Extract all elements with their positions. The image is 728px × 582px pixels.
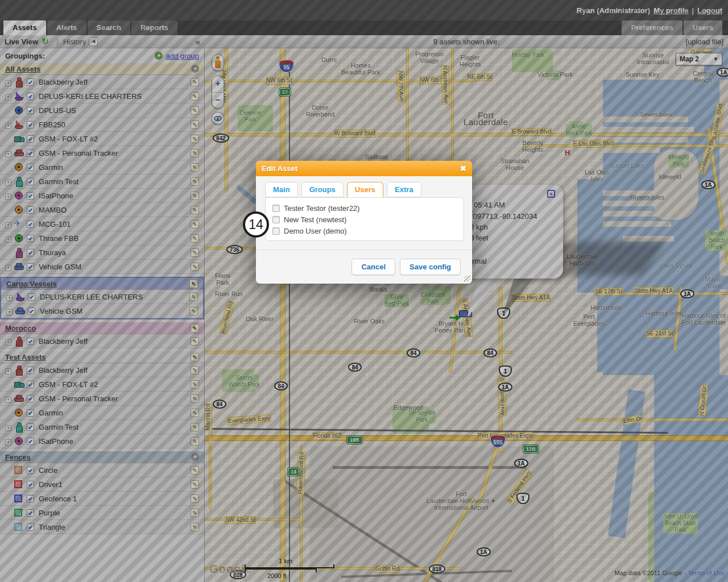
asset-label[interactable]: Vehicle GSM: [39, 263, 191, 271]
collapse-sidebar-icon[interactable]: «: [196, 37, 200, 47]
expand-toggle-icon[interactable]: +: [5, 123, 11, 129]
asset-edit-icon[interactable]: ✎: [191, 192, 199, 200]
asset-edit-icon[interactable]: ✎: [191, 220, 199, 228]
asset-label[interactable]: MCG-101: [39, 220, 191, 228]
asset-checkbox[interactable]: ✔: [27, 135, 34, 143]
expand-toggle-icon[interactable]: +: [5, 368, 11, 375]
modal-close-icon[interactable]: ✖: [460, 164, 466, 173]
group-add-icon[interactable]: +: [191, 453, 199, 461]
asset-checkbox[interactable]: ✔: [27, 263, 34, 271]
bubble-close-icon[interactable]: ×: [547, 190, 555, 198]
asset-checkbox[interactable]: ✔: [27, 509, 34, 517]
asset-checkbox[interactable]: ✔: [27, 338, 34, 345]
street-view-pegman-control[interactable]: [212, 54, 224, 71]
asset-edit-icon[interactable]: ✎: [191, 523, 199, 531]
asset-edit-icon[interactable]: ✎: [191, 177, 199, 186]
group-edit-icon[interactable]: ✎: [191, 324, 199, 332]
asset-checkbox[interactable]: ✔: [28, 293, 35, 301]
asset-edit-icon[interactable]: ✎: [189, 293, 198, 301]
terms-of-use-link[interactable]: Terms of Use: [688, 569, 725, 576]
asset-edit-icon[interactable]: ✎: [191, 92, 199, 101]
asset-checkbox[interactable]: ✔: [27, 206, 34, 214]
group-header[interactable]: Test Assets✎: [0, 351, 204, 363]
save-config-button[interactable]: Save config: [400, 259, 461, 275]
asset-edit-icon[interactable]: ✎: [191, 120, 199, 129]
tab-assets[interactable]: Assets: [3, 20, 46, 35]
asset-checkbox[interactable]: ✔: [27, 438, 34, 445]
asset-label[interactable]: Garmin: [39, 409, 191, 417]
asset-label[interactable]: GSM - Personal Tracker: [39, 149, 191, 157]
asset-label[interactable]: Garmin Test: [39, 177, 191, 186]
asset-edit-icon[interactable]: ✎: [191, 248, 199, 257]
asset-edit-icon[interactable]: ✎: [191, 163, 199, 172]
zoom-in-button[interactable]: +: [212, 76, 224, 92]
asset-edit-icon[interactable]: ✎: [191, 149, 199, 157]
history-label[interactable]: History: [63, 38, 86, 46]
asset-checkbox[interactable]: ✔: [27, 423, 34, 431]
user-checkbox[interactable]: [272, 216, 280, 223]
asset-edit-icon[interactable]: ✎: [191, 337, 199, 346]
asset-label[interactable]: Thuraya: [39, 248, 191, 257]
logout-link[interactable]: Logout: [697, 6, 722, 15]
asset-label[interactable]: Triangle: [39, 523, 191, 531]
asset-edit-icon[interactable]: ✎: [191, 206, 199, 214]
asset-label[interactable]: ISatPhone: [39, 437, 191, 446]
group-header[interactable]: All Assets+: [0, 63, 204, 75]
tab-search[interactable]: Search: [88, 20, 130, 35]
asset-edit-icon[interactable]: ✎: [191, 263, 199, 271]
tab-users[interactable]: Users: [684, 20, 722, 35]
asset-label[interactable]: Purple: [39, 509, 191, 517]
map-overview-control[interactable]: [212, 112, 224, 124]
asset-checkbox[interactable]: ✔: [27, 178, 34, 185]
user-checkbox[interactable]: [272, 205, 280, 212]
expand-toggle-icon[interactable]: +: [5, 94, 11, 101]
expand-toggle-icon[interactable]: +: [5, 339, 11, 346]
group-header[interactable]: Fences+: [0, 451, 204, 463]
my-profile-link[interactable]: My profile: [653, 6, 688, 15]
asset-label[interactable]: GSM - FOX-LT #2: [39, 135, 191, 143]
add-group-plus-icon[interactable]: +: [155, 52, 163, 60]
group-edit-icon[interactable]: ✎: [191, 353, 199, 361]
asset-label[interactable]: Thrane FBB: [39, 234, 191, 243]
asset-checkbox[interactable]: ✔: [27, 481, 34, 488]
tab-reports[interactable]: Reports: [131, 20, 177, 35]
group-add-icon[interactable]: +: [191, 65, 199, 73]
expand-toggle-icon[interactable]: +: [5, 397, 11, 403]
asset-edit-icon[interactable]: ✎: [191, 380, 199, 389]
asset-checkbox[interactable]: ✔: [27, 164, 34, 171]
upload-file-link[interactable]: [upload file]: [686, 38, 728, 46]
asset-checkbox[interactable]: ✔: [27, 249, 34, 256]
asset-checkbox[interactable]: ✔: [27, 395, 34, 402]
asset-label[interactable]: GSM - Personal Tracker: [39, 394, 191, 403]
modal-tab-groups[interactable]: Groups: [301, 182, 344, 197]
asset-checkbox[interactable]: ✔: [27, 235, 34, 242]
asset-edit-icon[interactable]: ✎: [191, 466, 199, 475]
asset-edit-icon[interactable]: ✎: [191, 394, 199, 403]
asset-label[interactable]: ISatPhone: [39, 192, 191, 200]
cancel-button[interactable]: Cancel: [351, 259, 395, 275]
asset-label[interactable]: Vehicle GSM: [40, 307, 189, 315]
asset-label[interactable]: DPLUS-KERI LEE CHARTERS: [39, 92, 191, 101]
asset-checkbox[interactable]: ✔: [27, 149, 34, 157]
asset-label[interactable]: FBB250: [39, 120, 191, 129]
asset-label[interactable]: Blackberry Jeff: [39, 78, 191, 86]
expand-toggle-icon[interactable]: +: [5, 151, 11, 157]
asset-edit-icon[interactable]: ✎: [191, 437, 199, 446]
asset-edit-icon[interactable]: ✎: [191, 509, 199, 517]
asset-label[interactable]: Geofence 1: [39, 494, 191, 503]
modal-header[interactable]: Edit Asset ✖: [256, 161, 472, 176]
tab-alerts[interactable]: Alerts: [47, 20, 86, 35]
asset-edit-icon[interactable]: ✎: [191, 409, 199, 417]
history-back-icon[interactable]: ◀: [89, 37, 98, 46]
asset-checkbox[interactable]: ✔: [27, 93, 34, 100]
asset-edit-icon[interactable]: ✎: [191, 423, 199, 431]
expand-toggle-icon[interactable]: +: [5, 194, 11, 200]
asset-edit-icon[interactable]: ✎: [191, 78, 199, 86]
asset-label[interactable]: Blackberry Jeff: [39, 366, 191, 375]
asset-label[interactable]: DPLUS-KERI LEE CHARTERS: [40, 293, 189, 301]
user-checkbox[interactable]: [272, 227, 280, 235]
modal-tab-extra[interactable]: Extra: [387, 182, 421, 197]
expand-toggle-icon[interactable]: +: [5, 180, 11, 186]
asset-label[interactable]: Driver1: [39, 480, 191, 489]
asset-checkbox[interactable]: ✔: [27, 523, 34, 531]
